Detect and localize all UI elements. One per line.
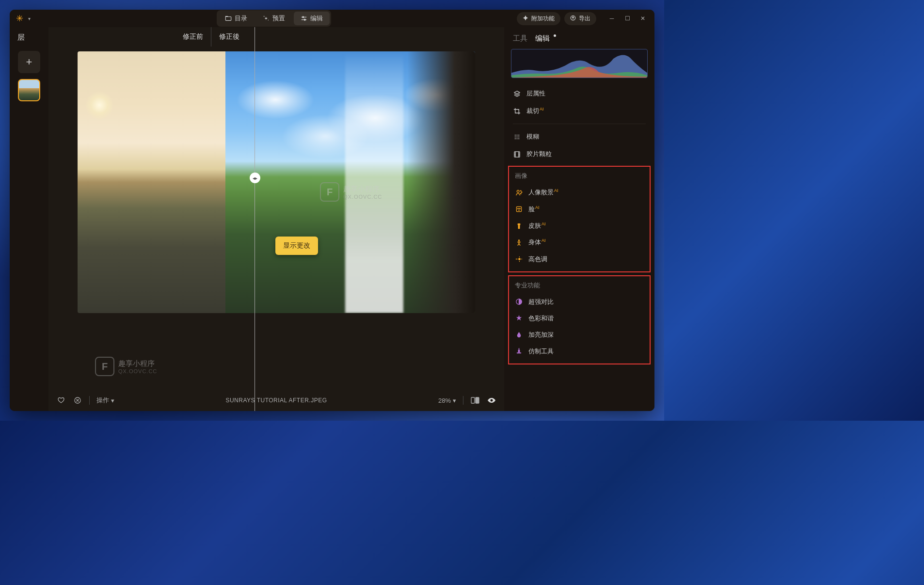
- export-label: 导出: [579, 15, 590, 23]
- svg-rect-0: [225, 17, 231, 21]
- svg-rect-9: [471, 397, 475, 403]
- svg-point-45: [515, 259, 516, 260]
- favorite-icon[interactable]: [56, 395, 66, 405]
- tool-highkey[interactable]: 高色调: [509, 251, 650, 268]
- tools-panel: 工具 编辑 层属性裁切AI 模糊胶片颗粒 画像人像散景AI脸AI皮肤AI身体AI…: [504, 27, 654, 411]
- dodge-icon: [515, 331, 523, 339]
- tool-layers[interactable]: 层属性: [504, 85, 654, 102]
- tool-blur[interactable]: 模糊: [504, 128, 654, 145]
- export-button[interactable]: 导出: [564, 12, 596, 25]
- extras-button[interactable]: 附加功能: [517, 12, 560, 25]
- clone-icon: [515, 348, 523, 355]
- compare-viewer[interactable]: [78, 51, 475, 313]
- section-title: 画像: [509, 171, 650, 184]
- histogram[interactable]: [511, 49, 648, 78]
- compare-toggle-icon[interactable]: [470, 395, 480, 405]
- svg-point-17: [518, 136, 519, 137]
- ops-label: 操作: [96, 396, 109, 405]
- tool-crop[interactable]: 裁切AI: [504, 102, 654, 120]
- diamond-icon: [523, 15, 528, 22]
- tab-presets[interactable]: 预置: [256, 12, 292, 25]
- tool-label: 高色调: [528, 255, 547, 264]
- maximize-button[interactable]: ☐: [620, 12, 635, 25]
- rp-tab-edit[interactable]: 编辑: [535, 34, 550, 43]
- chevron-down-icon[interactable]: ▾: [28, 16, 31, 21]
- svg-point-2: [268, 20, 268, 20]
- extras-label: 附加功能: [531, 15, 555, 23]
- tool-label: 层属性: [526, 89, 545, 98]
- svg-point-1: [263, 16, 264, 17]
- tool-harmony[interactable]: 色彩和谐: [509, 310, 650, 327]
- watermark: F 趣享小程序QX.OOVC.CC: [320, 182, 382, 202]
- before-label: 修正前: [48, 32, 211, 41]
- body-icon: [515, 238, 523, 246]
- svg-point-35: [517, 208, 518, 209]
- blur-icon: [513, 133, 521, 141]
- tool-label: 仿制工具: [528, 347, 554, 356]
- chevron-down-icon: ▾: [453, 397, 456, 404]
- reject-icon[interactable]: [73, 395, 82, 405]
- app-window: ✳ ▾ 目录 预置 编辑: [10, 10, 654, 411]
- svg-point-12: [514, 135, 515, 136]
- layers-title: 层: [10, 33, 25, 42]
- tool-face[interactable]: 脸AI: [509, 201, 650, 218]
- tab-catalog[interactable]: 目录: [218, 12, 254, 25]
- tool-label: 裁切AI: [526, 107, 544, 115]
- film-icon: [513, 150, 521, 158]
- rp-tab-tools[interactable]: 工具: [513, 34, 527, 43]
- filename-label: SUNRAYS TUTORIAL AFTER.JPEG: [121, 397, 431, 404]
- compare-split-line: [255, 27, 255, 411]
- face-icon: [515, 206, 523, 213]
- tool-film[interactable]: 胶片颗粒: [504, 145, 654, 163]
- watermark: F 趣享小程序QX.OOVC.CC: [95, 357, 157, 376]
- sliders-icon: [301, 15, 307, 22]
- show-changes-tooltip: 显示更改: [275, 237, 318, 255]
- edit-modified-dot: [554, 34, 556, 37]
- folder-icon: [225, 15, 232, 22]
- svg-point-16: [516, 136, 517, 137]
- tool-skin[interactable]: 皮肤AI: [509, 218, 650, 234]
- tool-dodge[interactable]: 加亮加深: [509, 327, 650, 343]
- tool-contrast[interactable]: 超强对比: [509, 294, 650, 310]
- tool-label: 色彩和谐: [528, 314, 554, 323]
- skin-icon: [515, 222, 523, 230]
- layer-thumbnail[interactable]: [18, 79, 40, 101]
- tool-label: 胶片颗粒: [526, 150, 552, 158]
- upload-icon: [570, 15, 576, 22]
- svg-point-32: [521, 192, 522, 193]
- add-layer-button[interactable]: +: [18, 51, 40, 73]
- tool-label: 身体AI: [528, 238, 546, 247]
- svg-point-20: [518, 138, 519, 139]
- tab-edit[interactable]: 编辑: [294, 12, 330, 25]
- tool-portrait[interactable]: 人像散景AI: [509, 184, 650, 201]
- harmony-icon: [515, 315, 523, 322]
- svg-point-18: [514, 138, 515, 139]
- svg-rect-34: [516, 207, 521, 212]
- layers-panel: 层 +: [10, 27, 48, 411]
- tool-clone[interactable]: 仿制工具: [509, 343, 650, 360]
- tab-presets-label: 预置: [272, 14, 285, 23]
- preview-eye-icon[interactable]: [487, 395, 496, 405]
- tool-label: 模糊: [526, 132, 539, 141]
- svg-point-30: [517, 190, 519, 192]
- zoom-value: 28%: [438, 397, 451, 404]
- tool-label: 超强对比: [528, 298, 554, 306]
- tool-label: 人像散景AI: [528, 188, 558, 197]
- close-button[interactable]: ✕: [635, 12, 651, 25]
- compare-handle[interactable]: ◂▸: [250, 173, 260, 183]
- minimize-button[interactable]: ─: [604, 12, 620, 25]
- svg-point-40: [518, 258, 521, 260]
- zoom-dropdown[interactable]: 28% ▾: [438, 397, 456, 404]
- after-label: 修正後: [211, 32, 504, 41]
- sparkle-icon: [263, 15, 270, 22]
- app-logo-icon[interactable]: ✳: [14, 13, 25, 24]
- svg-point-13: [516, 135, 517, 136]
- tool-label: 脸AI: [528, 205, 540, 214]
- section-title: 专业功能: [509, 280, 650, 294]
- svg-point-33: [520, 193, 521, 194]
- chevron-down-icon: ▾: [111, 397, 114, 404]
- operations-dropdown[interactable]: 操作 ▾: [96, 396, 114, 405]
- svg-point-36: [519, 208, 520, 209]
- tool-body[interactable]: 身体AI: [509, 234, 650, 251]
- svg-point-15: [514, 136, 515, 137]
